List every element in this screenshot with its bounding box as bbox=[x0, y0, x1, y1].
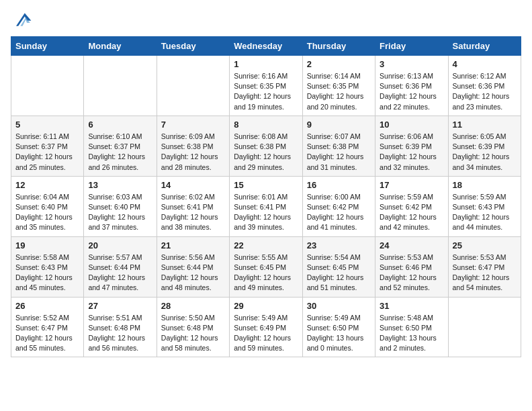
calendar: SundayMondayTuesdayWednesdayThursdayFrid… bbox=[11, 36, 521, 357]
calendar-cell: 19Sunrise: 5:58 AMSunset: 6:43 PMDayligh… bbox=[11, 236, 84, 297]
calendar-cell: 29Sunrise: 5:49 AMSunset: 6:49 PMDayligh… bbox=[230, 297, 302, 357]
day-number: 6 bbox=[88, 120, 152, 130]
calendar-cell: 27Sunrise: 5:51 AMSunset: 6:48 PMDayligh… bbox=[84, 297, 157, 357]
day-number: 30 bbox=[307, 301, 371, 311]
day-number: 18 bbox=[453, 180, 517, 190]
day-number: 28 bbox=[161, 301, 225, 311]
page-header bbox=[11, 11, 521, 30]
calendar-cell: 9Sunrise: 6:07 AMSunset: 6:38 PMDaylight… bbox=[302, 116, 375, 176]
calendar-cell: 21Sunrise: 5:56 AMSunset: 6:44 PMDayligh… bbox=[157, 236, 229, 297]
day-number: 11 bbox=[453, 120, 517, 130]
day-detail: Sunrise: 5:52 AMSunset: 6:47 PMDaylight:… bbox=[15, 313, 79, 354]
day-number: 29 bbox=[234, 301, 298, 311]
calendar-cell: 11Sunrise: 6:05 AMSunset: 6:39 PMDayligh… bbox=[448, 116, 521, 176]
day-detail: Sunrise: 6:04 AMSunset: 6:40 PMDaylight:… bbox=[15, 192, 79, 233]
day-detail: Sunrise: 6:07 AMSunset: 6:38 PMDaylight:… bbox=[307, 132, 371, 173]
day-number: 31 bbox=[380, 301, 443, 311]
day-detail: Sunrise: 6:08 AMSunset: 6:38 PMDaylight:… bbox=[234, 132, 298, 173]
calendar-cell bbox=[84, 56, 157, 116]
day-number: 25 bbox=[453, 240, 517, 250]
day-detail: Sunrise: 5:58 AMSunset: 6:43 PMDaylight:… bbox=[15, 253, 79, 293]
calendar-cell: 30Sunrise: 5:49 AMSunset: 6:50 PMDayligh… bbox=[302, 297, 375, 357]
day-number: 2 bbox=[307, 59, 371, 69]
calendar-cell: 31Sunrise: 5:48 AMSunset: 6:50 PMDayligh… bbox=[375, 297, 448, 357]
day-number: 15 bbox=[234, 180, 298, 190]
calendar-cell: 17Sunrise: 5:59 AMSunset: 6:42 PMDayligh… bbox=[375, 176, 448, 236]
logo-icon bbox=[11, 11, 32, 30]
calendar-cell bbox=[448, 297, 521, 357]
calendar-cell: 18Sunrise: 5:59 AMSunset: 6:43 PMDayligh… bbox=[448, 176, 521, 236]
day-number: 9 bbox=[307, 120, 371, 130]
day-detail: Sunrise: 6:11 AMSunset: 6:37 PMDaylight:… bbox=[15, 132, 79, 173]
calendar-cell: 20Sunrise: 5:57 AMSunset: 6:44 PMDayligh… bbox=[84, 236, 157, 297]
day-detail: Sunrise: 5:51 AMSunset: 6:48 PMDaylight:… bbox=[88, 313, 152, 354]
day-detail: Sunrise: 5:54 AMSunset: 6:45 PMDaylight:… bbox=[307, 253, 371, 293]
day-detail: Sunrise: 6:02 AMSunset: 6:41 PMDaylight:… bbox=[161, 192, 225, 233]
calendar-cell: 5Sunrise: 6:11 AMSunset: 6:37 PMDaylight… bbox=[11, 116, 84, 176]
day-number: 7 bbox=[161, 120, 225, 130]
calendar-cell: 10Sunrise: 6:06 AMSunset: 6:39 PMDayligh… bbox=[375, 116, 448, 176]
day-detail: Sunrise: 5:48 AMSunset: 6:50 PMDaylight:… bbox=[380, 313, 443, 354]
calendar-cell: 4Sunrise: 6:12 AMSunset: 6:36 PMDaylight… bbox=[448, 56, 521, 116]
day-number: 14 bbox=[161, 180, 225, 190]
calendar-cell: 26Sunrise: 5:52 AMSunset: 6:47 PMDayligh… bbox=[11, 297, 84, 357]
day-detail: Sunrise: 6:10 AMSunset: 6:37 PMDaylight:… bbox=[88, 132, 152, 173]
calendar-cell: 12Sunrise: 6:04 AMSunset: 6:40 PMDayligh… bbox=[11, 176, 84, 236]
day-number: 27 bbox=[88, 301, 152, 311]
day-number: 16 bbox=[307, 180, 371, 190]
weekday-header: Tuesday bbox=[157, 37, 229, 56]
weekday-header: Friday bbox=[375, 37, 448, 56]
day-detail: Sunrise: 6:09 AMSunset: 6:38 PMDaylight:… bbox=[161, 132, 225, 173]
day-detail: Sunrise: 6:16 AMSunset: 6:35 PMDaylight:… bbox=[234, 71, 298, 112]
day-number: 20 bbox=[88, 240, 152, 250]
day-number: 13 bbox=[88, 180, 152, 190]
day-detail: Sunrise: 5:49 AMSunset: 6:50 PMDaylight:… bbox=[307, 313, 371, 354]
calendar-week-row: 1Sunrise: 6:16 AMSunset: 6:35 PMDaylight… bbox=[11, 56, 521, 116]
calendar-cell bbox=[157, 56, 229, 116]
calendar-cell: 6Sunrise: 6:10 AMSunset: 6:37 PMDaylight… bbox=[84, 116, 157, 176]
day-number: 22 bbox=[234, 240, 298, 250]
day-number: 24 bbox=[380, 240, 443, 250]
day-detail: Sunrise: 5:55 AMSunset: 6:45 PMDaylight:… bbox=[234, 253, 298, 293]
calendar-week-row: 12Sunrise: 6:04 AMSunset: 6:40 PMDayligh… bbox=[11, 176, 521, 236]
day-number: 23 bbox=[307, 240, 371, 250]
day-detail: Sunrise: 5:59 AMSunset: 6:43 PMDaylight:… bbox=[453, 192, 517, 233]
day-number: 1 bbox=[234, 59, 298, 69]
calendar-cell: 13Sunrise: 6:03 AMSunset: 6:40 PMDayligh… bbox=[84, 176, 157, 236]
weekday-header-row: SundayMondayTuesdayWednesdayThursdayFrid… bbox=[11, 37, 521, 56]
weekday-header: Wednesday bbox=[230, 37, 302, 56]
day-detail: Sunrise: 5:49 AMSunset: 6:49 PMDaylight:… bbox=[234, 313, 298, 354]
day-number: 12 bbox=[15, 180, 79, 190]
calendar-week-row: 26Sunrise: 5:52 AMSunset: 6:47 PMDayligh… bbox=[11, 297, 521, 357]
calendar-cell: 28Sunrise: 5:50 AMSunset: 6:48 PMDayligh… bbox=[157, 297, 229, 357]
svg-marker-0 bbox=[16, 13, 31, 26]
day-number: 19 bbox=[15, 240, 79, 250]
calendar-cell: 3Sunrise: 6:13 AMSunset: 6:36 PMDaylight… bbox=[375, 56, 448, 116]
calendar-cell: 25Sunrise: 5:53 AMSunset: 6:47 PMDayligh… bbox=[448, 236, 521, 297]
calendar-cell: 24Sunrise: 5:53 AMSunset: 6:46 PMDayligh… bbox=[375, 236, 448, 297]
weekday-header: Monday bbox=[84, 37, 157, 56]
day-detail: Sunrise: 6:06 AMSunset: 6:39 PMDaylight:… bbox=[380, 132, 443, 173]
calendar-cell: 8Sunrise: 6:08 AMSunset: 6:38 PMDaylight… bbox=[230, 116, 302, 176]
calendar-week-row: 5Sunrise: 6:11 AMSunset: 6:37 PMDaylight… bbox=[11, 116, 521, 176]
day-detail: Sunrise: 6:00 AMSunset: 6:42 PMDaylight:… bbox=[307, 192, 371, 233]
day-detail: Sunrise: 6:14 AMSunset: 6:35 PMDaylight:… bbox=[307, 71, 371, 112]
day-detail: Sunrise: 6:12 AMSunset: 6:36 PMDaylight:… bbox=[453, 71, 517, 112]
weekday-header: Sunday bbox=[11, 37, 84, 56]
day-detail: Sunrise: 5:57 AMSunset: 6:44 PMDaylight:… bbox=[88, 253, 152, 293]
day-number: 10 bbox=[380, 120, 443, 130]
day-detail: Sunrise: 6:05 AMSunset: 6:39 PMDaylight:… bbox=[453, 132, 517, 173]
day-detail: Sunrise: 6:01 AMSunset: 6:41 PMDaylight:… bbox=[234, 192, 298, 233]
weekday-header: Thursday bbox=[302, 37, 375, 56]
calendar-cell: 1Sunrise: 6:16 AMSunset: 6:35 PMDaylight… bbox=[230, 56, 302, 116]
calendar-cell: 7Sunrise: 6:09 AMSunset: 6:38 PMDaylight… bbox=[157, 116, 229, 176]
day-detail: Sunrise: 5:53 AMSunset: 6:47 PMDaylight:… bbox=[453, 253, 517, 293]
day-detail: Sunrise: 5:53 AMSunset: 6:46 PMDaylight:… bbox=[380, 253, 443, 293]
day-number: 26 bbox=[15, 301, 79, 311]
day-detail: Sunrise: 6:13 AMSunset: 6:36 PMDaylight:… bbox=[380, 71, 443, 112]
calendar-cell bbox=[11, 56, 84, 116]
calendar-cell: 15Sunrise: 6:01 AMSunset: 6:41 PMDayligh… bbox=[230, 176, 302, 236]
calendar-cell: 2Sunrise: 6:14 AMSunset: 6:35 PMDaylight… bbox=[302, 56, 375, 116]
day-number: 4 bbox=[453, 59, 517, 69]
weekday-header: Saturday bbox=[448, 37, 521, 56]
